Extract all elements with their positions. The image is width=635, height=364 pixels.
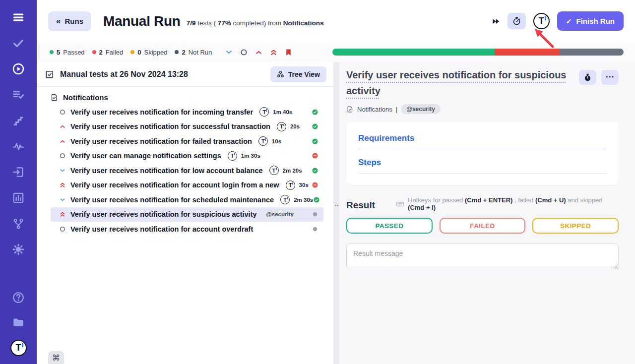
- run-progress-bar: [332, 49, 624, 56]
- test-content-card: RequirementsSteps: [346, 121, 619, 185]
- test-timer-button[interactable]: [579, 70, 596, 85]
- testomat-logo-icon: T: [286, 181, 295, 190]
- priority-high-icon: [59, 138, 66, 145]
- test-title: Verify user receives notification for ac…: [70, 181, 279, 189]
- doc-check-icon: [346, 106, 354, 113]
- breadcrumb-separator: |: [396, 106, 397, 113]
- test-title: Verify user receives notification for lo…: [70, 167, 263, 175]
- count-skipped: 0 Skipped: [130, 49, 167, 56]
- test-title: Verify user receives notification for sc…: [70, 196, 274, 204]
- content-area: Manual tests at 26 Nov 2024 13:28 Tree V…: [37, 62, 635, 364]
- runs-icon[interactable]: [11, 61, 26, 76]
- timer-button[interactable]: [508, 13, 526, 29]
- page-title: Manual Run: [103, 13, 181, 29]
- suite-name: Notifications: [63, 93, 108, 102]
- priority-low-icon: [59, 196, 66, 203]
- test-title: Verify user receives notification for su…: [70, 210, 257, 218]
- clipboard-check-icon: [45, 69, 55, 79]
- bookmark-icon[interactable]: [284, 48, 293, 57]
- test-duration: 30s: [299, 182, 309, 188]
- run-progress-summary: 7/9 tests ( 77% completed) from Notifica…: [187, 19, 324, 27]
- tests-icon[interactable]: [11, 36, 26, 51]
- status-counts: 5 Passed 2 Failed 0 Skipped 2 Not Run: [50, 49, 212, 56]
- plans-icon[interactable]: [11, 87, 26, 102]
- branch-icon[interactable]: [11, 216, 26, 231]
- status-filter-icons: [225, 48, 293, 57]
- priority-low-icon: [59, 167, 66, 174]
- panel-splitter[interactable]: [333, 62, 339, 364]
- result-header: Result Hotkeys for passed (Cmd + ENTER) …: [346, 196, 619, 211]
- steps-icon[interactable]: [11, 113, 26, 128]
- suite-row-notifications[interactable]: Notifications: [50, 93, 333, 102]
- priority-highest-icon: [59, 182, 66, 188]
- test-title: Verify user receives notification for fa…: [70, 137, 252, 145]
- section-steps[interactable]: Steps: [358, 158, 607, 174]
- fast-forward-icon[interactable]: [491, 17, 500, 26]
- finish-run-button[interactable]: ✓ Finish Run: [557, 11, 624, 31]
- chevron-up-icon[interactable]: [254, 48, 263, 57]
- testomat-logo-icon: T: [277, 122, 286, 131]
- result-heading: Result: [346, 200, 375, 211]
- section-requirements[interactable]: Requirements: [358, 133, 607, 149]
- status-row: 5 Passed 2 Failed 0 Skipped 2 Not Run: [37, 42, 635, 62]
- import-icon[interactable]: [11, 165, 26, 180]
- test-row[interactable]: Verify user receives notification for sc…: [51, 192, 323, 207]
- app-logo[interactable]: T: [533, 13, 550, 29]
- tree-view-button[interactable]: Tree View: [270, 66, 326, 82]
- test-row[interactable]: Verify user receives notification for ac…: [51, 178, 323, 193]
- progress-notrun: [559, 49, 624, 56]
- tree-icon: [277, 70, 284, 78]
- result-message-input[interactable]: [346, 243, 619, 269]
- progress-passed: [332, 49, 494, 56]
- test-row[interactable]: Verify user receives notification for ac…: [51, 222, 323, 237]
- priority-none-icon: [59, 226, 66, 233]
- result-buttons: PASSEDFAILEDSKIPPED: [346, 218, 619, 234]
- result-skipped-button[interactable]: SKIPPED: [532, 218, 619, 234]
- test-row[interactable]: Verify user receives notification for su…: [51, 120, 323, 134]
- runs-back-button[interactable]: « Runs: [48, 11, 91, 31]
- top-actions: T ✓ Finish Run: [491, 11, 624, 31]
- breadcrumb: Notifications | @security: [346, 104, 619, 114]
- result-passed-button[interactable]: PASSED: [346, 218, 433, 234]
- circle-outline-icon[interactable]: [240, 48, 248, 57]
- test-row[interactable]: Verify user receives notification for su…: [51, 207, 323, 222]
- test-detail-title[interactable]: Verify user receives notification for su…: [346, 67, 571, 99]
- run-panel-header: Manual tests at 26 Nov 2024 13:28 Tree V…: [37, 62, 333, 87]
- count-not-run: 2 Not Run: [175, 49, 212, 56]
- chevron-down-icon[interactable]: [225, 48, 233, 57]
- more-options-button[interactable]: ⋯: [601, 70, 619, 85]
- analytics-icon[interactable]: [11, 190, 26, 205]
- result-failed-button[interactable]: FAILED: [440, 218, 526, 234]
- help-icon[interactable]: [11, 290, 26, 305]
- detail-header: Verify user receives notification for su…: [346, 67, 619, 99]
- detail-actions: ⋯: [579, 70, 619, 85]
- double-chevron-up-icon[interactable]: [269, 48, 278, 57]
- settings-icon[interactable]: [11, 242, 26, 257]
- test-row[interactable]: Verify user receives notification for fa…: [51, 134, 323, 149]
- test-row[interactable]: Verify user receives notification for lo…: [51, 163, 323, 178]
- security-tag-badge[interactable]: @security: [401, 104, 441, 114]
- test-duration: 20s: [290, 123, 300, 129]
- status-passed-icon: [313, 196, 320, 203]
- menu-icon[interactable]: [11, 10, 26, 25]
- back-chevrons-icon: «: [56, 16, 61, 26]
- command-key-hint[interactable]: ⌘: [48, 351, 64, 364]
- priority-highest-icon: [59, 211, 66, 218]
- check-icon: ✓: [566, 17, 572, 25]
- test-row[interactable]: Verify user receives notification for in…: [51, 105, 323, 120]
- test-row[interactable]: Verify user can manage notification sett…: [51, 149, 323, 164]
- progress-failed: [495, 49, 559, 56]
- projects-folder-icon[interactable]: [11, 315, 26, 330]
- pulse-icon[interactable]: [11, 139, 26, 154]
- test-title: Verify user receives notification for su…: [70, 122, 270, 130]
- run-title: Manual tests at 26 Nov 2024 13:28: [60, 70, 188, 79]
- status-passed-icon: [312, 123, 318, 130]
- app-logo-bottom[interactable]: T: [10, 340, 27, 356]
- test-duration: 10s: [272, 138, 281, 144]
- test-duration: 2m 30s: [294, 197, 313, 203]
- breadcrumb-suite[interactable]: Notifications: [357, 106, 392, 113]
- status-passed-icon: [312, 138, 318, 145]
- back-label: Runs: [64, 17, 83, 25]
- status-notrun-icon: [312, 226, 318, 233]
- priority-none-icon: [59, 152, 66, 159]
